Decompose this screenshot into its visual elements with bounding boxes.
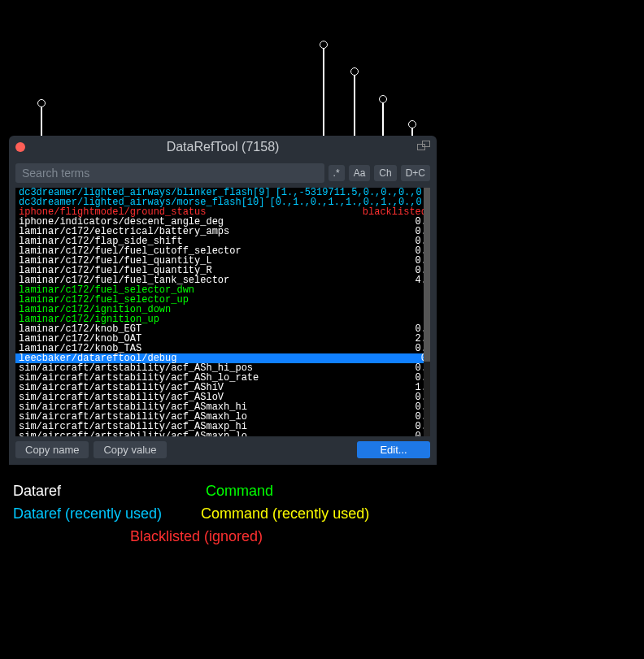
legend: Dataref Command Dataref (recently used) …: [13, 479, 369, 548]
window-title: DataRefTool (7158): [9, 140, 437, 154]
bottom-bar: Copy name Copy value Edit...: [9, 441, 437, 465]
legend-blacklisted: Blacklisted (ignored): [130, 528, 263, 544]
legend-command-recent: Command (recently used): [201, 502, 369, 525]
filter-case-button[interactable]: Aa: [349, 165, 371, 181]
legend-command: Command: [206, 479, 273, 502]
list-item[interactable]: sim/aircraft/artstability/acf_ASmaxp_lo0…: [15, 431, 430, 436]
close-icon[interactable]: [15, 142, 25, 152]
copy-value-button[interactable]: Copy value: [94, 441, 166, 458]
legend-dataref: Dataref: [13, 479, 61, 502]
dataref-list[interactable]: dc3dreamer/lighted_airways/blinker_flash…: [15, 188, 430, 436]
popout-icon[interactable]: [417, 141, 430, 152]
scrollbar-thumb[interactable]: [424, 188, 430, 362]
filter-regex-button[interactable]: .*: [329, 165, 345, 181]
toolbar: .* Aa Ch D+C: [9, 158, 437, 188]
datareftool-window: DataRefTool (7158) .* Aa Ch D+C dc3dream…: [9, 136, 437, 465]
scrollbar[interactable]: [424, 188, 430, 436]
filter-changed-button[interactable]: Ch: [374, 165, 396, 181]
copy-name-button[interactable]: Copy name: [15, 441, 89, 458]
edit-button[interactable]: Edit...: [357, 441, 430, 458]
item-name: sim/aircraft/artstability/acf_ASmaxp_lo: [19, 431, 247, 436]
filter-type-button[interactable]: D+C: [401, 165, 430, 181]
search-input[interactable]: [15, 163, 324, 183]
legend-dataref-recent: Dataref (recently used): [13, 502, 162, 525]
title-bar[interactable]: DataRefTool (7158): [9, 136, 437, 158]
